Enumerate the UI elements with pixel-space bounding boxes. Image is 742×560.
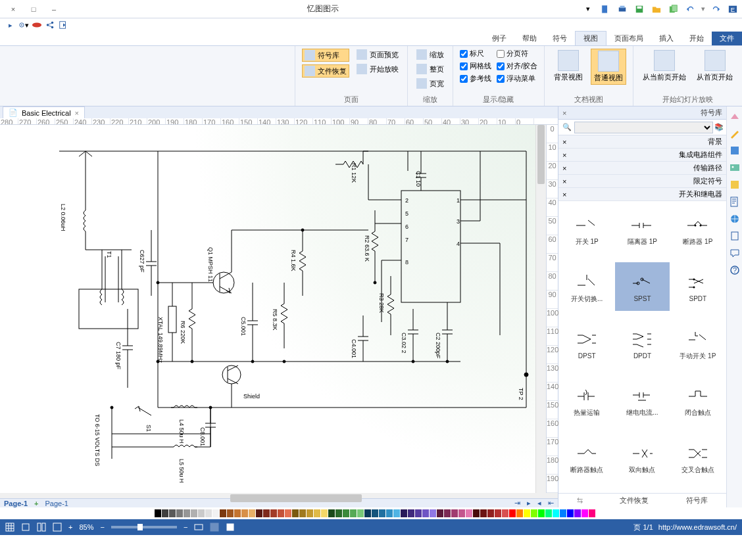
symbol-library-button[interactable]: 符号库 [302, 49, 349, 62]
color-swatch[interactable] [495, 509, 501, 517]
color-swatch[interactable] [379, 509, 385, 517]
color-swatch[interactable] [256, 509, 262, 517]
zoom-button[interactable]: 缩放 [414, 49, 446, 60]
zoom-out-button-2[interactable]: − [184, 523, 187, 531]
symbol-item[interactable]: 手动开关 1P [671, 319, 725, 368]
comment-tool-icon[interactable] [729, 247, 741, 259]
page-preview-button[interactable]: 页面预览 [355, 49, 401, 60]
menu-tab-file[interactable]: 文件 [712, 32, 742, 45]
color-swatch[interactable] [560, 509, 566, 517]
symbol-item[interactable]: 断路器触点 [560, 433, 614, 482]
window-close-button[interactable]: × [4, 0, 22, 18]
window-minimize-button[interactable]: – [45, 0, 63, 18]
symbol-item[interactable]: 热量运输 [560, 376, 614, 425]
color-swatch[interactable] [220, 509, 226, 517]
new-doc-icon[interactable] [599, 3, 612, 16]
open-icon[interactable] [650, 3, 663, 16]
whole-page-button[interactable]: 整页 [414, 63, 446, 75]
horizontal-scrollbar[interactable] [0, 493, 558, 498]
page-nav-last[interactable]: ⇥ [514, 499, 520, 507]
symbol-item[interactable]: DPST [560, 319, 614, 368]
help-icon[interactable]: ? [729, 264, 741, 276]
symbol-item[interactable]: 开关 1P [560, 205, 614, 254]
color-swatch[interactable] [292, 509, 299, 517]
color-swatch[interactable] [444, 509, 451, 517]
color-swatch[interactable] [198, 509, 205, 517]
color-swatch[interactable] [241, 509, 248, 517]
menu-tab-view[interactable]: 视图 [575, 31, 606, 45]
symbol-item[interactable]: 继电电流... [615, 376, 669, 425]
color-swatch[interactable] [249, 509, 255, 517]
pencil-tool-icon[interactable] [729, 128, 741, 139]
color-swatch[interactable] [553, 509, 559, 517]
symbol-item[interactable]: SPST [615, 262, 669, 311]
color-swatch[interactable] [227, 509, 234, 517]
color-swatch[interactable] [169, 509, 176, 517]
symbol-item[interactable]: 开关切换... [560, 262, 614, 311]
align-glue-checkbox[interactable]: 对齐/胶合 [497, 61, 537, 71]
menu-tab[interactable]: 符号 [545, 32, 575, 45]
color-swatch[interactable] [415, 509, 422, 517]
from-current-page-button[interactable]: 从当前页开始 [640, 49, 689, 83]
color-swatch[interactable] [364, 509, 371, 517]
color-swatch[interactable] [155, 509, 161, 517]
accordion-section[interactable]: ×集成电路组件 [558, 149, 726, 162]
menu-tab[interactable]: 开始 [681, 32, 712, 45]
file-recovery-button[interactable]: 文件恢复 [302, 64, 349, 78]
symbol-item[interactable]: 双向触点 [615, 433, 669, 482]
color-swatch[interactable] [589, 509, 595, 517]
grid-toggle-icon[interactable] [5, 523, 14, 532]
color-swatch[interactable] [386, 509, 393, 517]
color-swatch[interactable] [372, 509, 378, 517]
print-icon[interactable] [616, 3, 629, 16]
view-mode-2-icon[interactable] [210, 523, 219, 532]
color-swatch[interactable] [574, 509, 581, 517]
color-swatch[interactable] [422, 509, 429, 517]
color-swatch[interactable] [516, 509, 523, 517]
guides-checkbox[interactable]: 参考线 [460, 74, 491, 83]
accordion-section[interactable]: ×开关和继电器 [558, 188, 726, 201]
view-mode-3-icon[interactable] [226, 523, 235, 532]
symbol-item[interactable]: 断路器 1P [671, 205, 725, 254]
close-tab-icon[interactable]: × [75, 109, 79, 117]
add-page-button[interactable]: + [34, 500, 38, 507]
color-swatch[interactable] [437, 509, 443, 517]
symbol-item[interactable]: 闭合触点 [671, 376, 725, 425]
paint-icon[interactable] [32, 20, 42, 30]
page-nav-next[interactable]: ▸ [527, 499, 531, 507]
color-swatch[interactable] [162, 509, 168, 517]
status-url[interactable]: http://www.edrawsoft.cn/ [658, 523, 737, 531]
accordion-section[interactable]: ×传输路径 [558, 162, 726, 175]
zoom-in-button[interactable]: + [68, 523, 72, 531]
snap-icon[interactable] [21, 523, 30, 532]
layout-icon[interactable] [37, 523, 46, 532]
page-nav-first[interactable]: ⇤ [548, 499, 554, 507]
fill-tool-icon[interactable] [729, 110, 741, 122]
text-tool-icon[interactable] [729, 196, 741, 208]
color-swatch[interactable] [502, 509, 508, 517]
arrow-right-icon[interactable]: ▸ [5, 20, 16, 30]
color-swatch[interactable] [538, 509, 545, 517]
vertical-scrollbar[interactable] [535, 125, 546, 493]
color-swatch[interactable] [567, 509, 574, 517]
gridlines-checkbox[interactable]: 网格线 [460, 61, 491, 71]
canvas[interactable]: L2 0.06uH T1 C627 pF Q1 MPSH 11 [0, 125, 546, 493]
color-swatch[interactable] [321, 509, 328, 517]
accordion-section[interactable]: ×背景 [558, 135, 726, 149]
color-swatch[interactable] [408, 509, 414, 517]
color-swatch[interactable] [451, 509, 458, 517]
color-swatch[interactable] [191, 509, 197, 517]
pagebreak-checkbox[interactable]: 分页符 [497, 49, 537, 58]
color-swatch[interactable] [466, 509, 472, 517]
close-panel-icon[interactable]: × [562, 109, 566, 117]
color-swatch[interactable] [335, 509, 342, 517]
footer-tab[interactable]: 文件恢复 [620, 496, 649, 505]
color-swatch[interactable] [430, 509, 436, 517]
color-swatch[interactable] [343, 509, 349, 517]
color-swatch[interactable] [212, 509, 219, 517]
color-swatch[interactable] [328, 509, 335, 517]
symbol-item[interactable]: DPDT [615, 319, 669, 368]
color-swatch[interactable] [581, 509, 588, 517]
page-tab-current[interactable]: Page-1 [4, 500, 28, 507]
undo-icon[interactable] [684, 3, 697, 16]
